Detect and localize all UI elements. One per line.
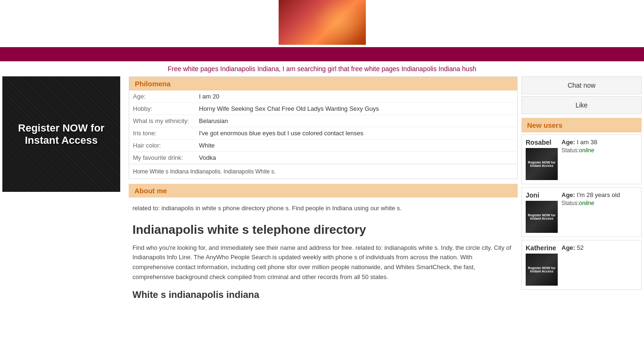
profile-name: Philomena — [129, 77, 517, 90]
profile-row: Age: I am 20 — [129, 90, 517, 103]
chat-now-button[interactable]: Chat now — [521, 76, 642, 94]
new-users-header: New users — [521, 118, 642, 132]
user-status-value: online — [579, 200, 594, 206]
user-thumbnail: Register NOW for Instant Access — [526, 201, 558, 233]
header-banner-image — [279, 0, 366, 45]
about-section: About me related to: indianapolis in whi… — [129, 184, 518, 217]
profile-row: Hair color: White — [129, 140, 517, 152]
main-section-body: Find who you're looking for, and immedia… — [129, 241, 518, 285]
user-thumb-inner: Register NOW for Instant Access — [526, 148, 558, 180]
user-status: Status:online — [561, 147, 637, 154]
profile-field-value: White — [195, 140, 517, 152]
user-thumbnail: Register NOW for Instant Access — [526, 254, 558, 286]
user-thumb-register-text: Register NOW for Instant Access — [526, 213, 558, 221]
profile-field-value: Horny Wife Seeking Sex Chat Free Old Lad… — [195, 103, 517, 115]
register-banner[interactable]: Register NOW for Instant Access — [2, 76, 120, 192]
right-column: Chat now Like New users Rosabel Register… — [521, 76, 642, 303]
like-button[interactable]: Like — [521, 96, 642, 114]
profile-section: Philomena Age: I am 20 Hobby: Horny Wife… — [129, 76, 518, 179]
profile-field-label: Hobby: — [129, 103, 195, 115]
profile-footer: Home White s Indiana Indianapolis. India… — [129, 164, 517, 179]
user-info-left: Katherine Register NOW for Instant Acces… — [526, 244, 558, 286]
about-body: related to: indianapolis in white s phon… — [129, 200, 518, 217]
main-section-title: Indianapolis white s telephone directory — [129, 217, 518, 241]
about-title: About me — [129, 184, 518, 197]
user-age: Age: 52 — [561, 244, 637, 251]
main-layout: Register NOW for Instant Access Philomen… — [0, 76, 644, 303]
profile-field-value: I've got enormous blue eyes but I use co… — [195, 127, 517, 140]
page-subtitle: Free white pages Indianapolis Indiana, I… — [0, 61, 644, 76]
center-column: Philomena Age: I am 20 Hobby: Horny Wife… — [129, 76, 518, 303]
user-name: Joni — [526, 191, 558, 199]
user-age-value: I am 38 — [577, 139, 597, 146]
user-thumb-inner: Register NOW for Instant Access — [526, 254, 558, 286]
profile-table: Age: I am 20 Hobby: Horny Wife Seeking S… — [129, 90, 517, 164]
user-card[interactable]: Katherine Register NOW for Instant Acces… — [521, 240, 642, 290]
profile-row: Hobby: Horny Wife Seeking Sex Chat Free … — [129, 103, 517, 115]
nav-bar — [0, 47, 644, 61]
profile-field-label: Age: — [129, 90, 195, 103]
user-thumb-register-text: Register NOW for Instant Access — [526, 160, 558, 168]
profile-field-value: Belarusian — [195, 115, 517, 127]
user-name: Rosabel — [526, 139, 558, 146]
user-status: Status:online — [561, 200, 637, 206]
user-card[interactable]: Joni Register NOW for Instant Access Age… — [521, 187, 642, 237]
user-info: Age: 52 — [561, 244, 637, 253]
profile-field-value: Vodka — [195, 152, 517, 164]
user-info: Age: I am 38 Status:online — [561, 139, 637, 154]
user-age-label: Age: — [561, 139, 575, 146]
left-column: Register NOW for Instant Access — [2, 76, 125, 303]
main-section-subtitle: White s indianapolis indiana — [129, 285, 518, 303]
user-thumb-register-text: Register NOW for Instant Access — [526, 265, 558, 274]
profile-field-label: What is my ethnicity: — [129, 115, 195, 127]
user-thumbnail: Register NOW for Instant Access — [526, 148, 558, 180]
profile-row: What is my ethnicity: Belarusian — [129, 115, 517, 127]
user-age-value: I'm 28 years old — [577, 191, 620, 198]
user-info-left: Joni Register NOW for Instant Access — [526, 191, 558, 233]
profile-row: My favourite drink: Vodka — [129, 152, 517, 164]
user-info-left: Rosabel Register NOW for Instant Access — [526, 139, 558, 180]
header-image-container — [0, 0, 644, 46]
user-age-label: Age: — [561, 191, 575, 198]
profile-field-label: Hair color: — [129, 140, 195, 152]
user-age-value: 52 — [577, 244, 584, 251]
user-cards-container: Rosabel Register NOW for Instant Access … — [521, 134, 642, 290]
user-age-label: Age: — [561, 244, 575, 251]
profile-field-label: Iris tone: — [129, 127, 195, 140]
user-status-value: online — [579, 147, 594, 154]
user-name: Katherine — [526, 244, 558, 252]
user-card[interactable]: Rosabel Register NOW for Instant Access … — [521, 134, 642, 184]
user-info: Age: I'm 28 years old Status:online — [561, 191, 637, 206]
profile-field-label: My favourite drink: — [129, 152, 195, 164]
user-thumb-inner: Register NOW for Instant Access — [526, 201, 558, 233]
register-banner-text: Register NOW for Instant Access — [2, 117, 120, 151]
user-age: Age: I'm 28 years old — [561, 191, 637, 198]
profile-row: Iris tone: I've got enormous blue eyes b… — [129, 127, 517, 140]
profile-field-value: I am 20 — [195, 90, 517, 103]
user-age: Age: I am 38 — [561, 139, 637, 146]
